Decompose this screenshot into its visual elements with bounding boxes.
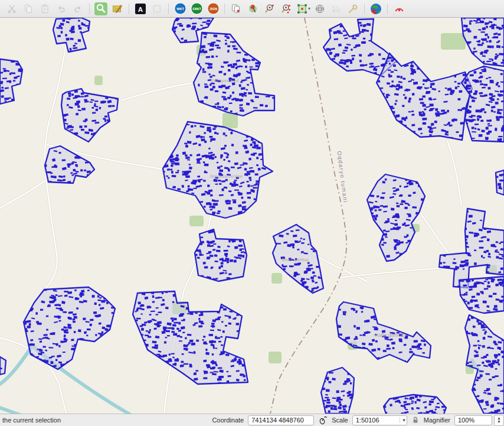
svg-text:JSON: JSON: [209, 8, 217, 11]
cut-button: [4, 1, 20, 17]
map-label: Sho'r qishloq: [282, 257, 309, 262]
undo-icon: [57, 4, 66, 14]
red-arc-icon: [394, 3, 405, 14]
form-annotation-button: [149, 1, 165, 17]
globe-wire-icon: [315, 4, 325, 14]
badge-icon: JSON: [207, 2, 220, 15]
zoom-to-selection-button[interactable]: [93, 1, 109, 17]
zoom-to-points-button[interactable]: [277, 1, 294, 17]
copy-features-button[interactable]: [228, 1, 244, 17]
svg-text:EWKT: EWKT: [192, 8, 201, 11]
map-label: Katta qishloq: [375, 332, 404, 338]
coordinate-input[interactable]: [248, 415, 314, 425]
toolbar-separator: [387, 4, 388, 14]
paste-icon: [40, 4, 50, 14]
toolbar-separator: [168, 4, 169, 14]
green-area: [269, 352, 282, 363]
copy-wkt-button[interactable]: WKT: [172, 1, 188, 17]
map-canvas[interactable]: Oqdaryo tumaniJirmandcho'rlokDehqonobodS…: [0, 17, 504, 414]
magnifier-dots-icon: [280, 4, 291, 14]
pages-dot-icon: [231, 4, 241, 14]
copy-json-button[interactable]: JSON: [205, 1, 221, 17]
status-message: the current selection: [2, 417, 208, 424]
badge-icon: WKT: [174, 2, 186, 15]
svg-text:WKT: WKT: [176, 7, 184, 11]
green-area: [222, 113, 238, 128]
edit-map-button[interactable]: [109, 1, 126, 17]
magnifier-spinner[interactable]: ▲▼: [494, 415, 504, 426]
square-icon: [152, 4, 162, 14]
green-area: [189, 216, 204, 226]
undo-button: [53, 1, 70, 17]
copy-icon: [24, 4, 33, 14]
paste-button: [37, 1, 53, 17]
magnifier-green-icon: [94, 2, 107, 15]
toolbar: AWKTEWKTJSON▾X,Y: [0, 0, 504, 17]
xy-icon: X,Y: [331, 4, 342, 14]
arc-tool-button[interactable]: [391, 1, 407, 17]
globe-wireframe-button[interactable]: [312, 1, 328, 17]
wrench-icon: [348, 4, 358, 14]
paste-features-button[interactable]: [244, 1, 261, 17]
toolbar-separator: [89, 4, 90, 14]
toolbar-separator: [364, 4, 365, 14]
qgis-window: AWKTEWKTJSON▾X,Y Oqdaryo tumaniJirmandch…: [0, 0, 504, 426]
magnifier-label: Magnifier: [424, 417, 450, 424]
polygon-dot-icon: [297, 4, 307, 14]
badge-icon: EWKT: [191, 2, 203, 15]
scale-value: 1:50106: [356, 417, 379, 424]
globe-color-icon: [370, 3, 382, 15]
toolbar-separator: [224, 4, 225, 14]
svg-text:A: A: [138, 5, 143, 12]
svg-text:X,Y: X,Y: [332, 5, 338, 8]
coordinate-label: Coordinate: [212, 417, 244, 424]
status-bar: the current selection Coordinate Scale 1…: [0, 414, 504, 426]
zoom-to-point-button[interactable]: [261, 1, 277, 17]
magnifier-dot-icon: [264, 4, 274, 14]
green-area: [441, 33, 466, 50]
redo-button: [70, 1, 86, 17]
pushpin-icon: [247, 3, 258, 14]
xy-tool-button: X,Y: [328, 1, 345, 17]
chevron-down-icon: ▾: [400, 417, 405, 423]
world-map-button[interactable]: [368, 1, 384, 17]
lock-icon[interactable]: [411, 416, 420, 424]
redo-icon: [73, 4, 83, 14]
letter-a-icon: A: [135, 4, 146, 14]
copy-ewkt-button[interactable]: EWKT: [188, 1, 205, 17]
map-label: Jirmandcho'rlok: [210, 174, 243, 179]
processing-tools-button[interactable]: [345, 1, 361, 17]
green-area: [271, 273, 282, 284]
mouse-extent-icon[interactable]: [318, 415, 328, 425]
magnifier-input[interactable]: [454, 415, 492, 425]
map-svg: Oqdaryo tumaniJirmandcho'rlokDehqonobodS…: [0, 18, 504, 414]
dropdown-arrow-icon[interactable]: ▾: [308, 6, 310, 11]
toolbar-separator: [129, 4, 129, 14]
map-label: Dehqonobod: [211, 78, 238, 83]
scale-combo[interactable]: 1:50106 ▾: [352, 415, 407, 425]
text-annotation-button[interactable]: A: [132, 1, 149, 17]
scissors-icon: [7, 4, 17, 14]
copy-button: [20, 1, 37, 17]
scale-label: Scale: [332, 417, 348, 424]
green-area: [94, 76, 103, 85]
map-pencil-icon: [112, 4, 123, 14]
